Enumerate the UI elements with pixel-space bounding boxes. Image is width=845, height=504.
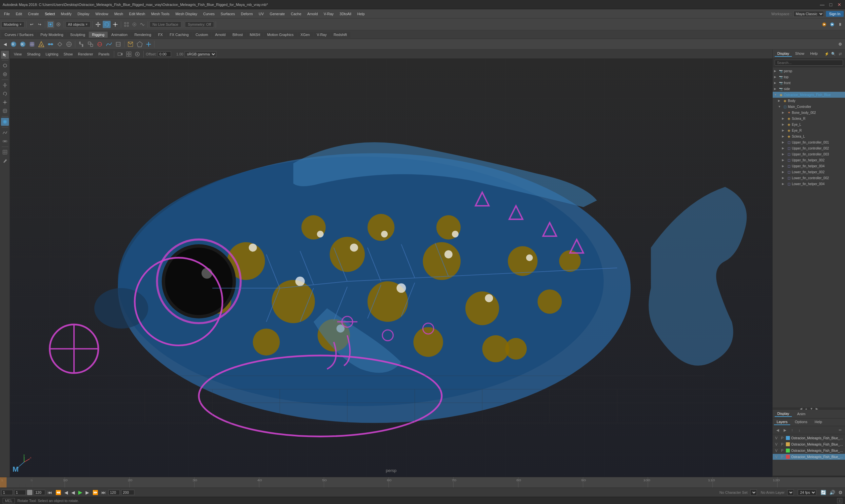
menu-item-curves[interactable]: Curves — [200, 11, 217, 17]
next-key-button[interactable]: ▶ — [85, 490, 90, 495]
settings-anim-button[interactable]: ⚙ — [838, 490, 844, 495]
shelf-collapse-button[interactable]: ◀ — [1, 41, 8, 48]
frame-current-input[interactable] — [14, 490, 26, 495]
display-lower-tab[interactable]: Display — [775, 411, 792, 417]
symmetry-button[interactable]: Symmetry: Off — [185, 21, 214, 28]
menu-item-mesh-tools[interactable]: Mesh Tools — [148, 11, 172, 17]
tree-item-persp[interactable]: ▶ 📷 persp — [773, 68, 845, 74]
select-object-button[interactable] — [47, 21, 54, 28]
menu-item-create[interactable]: Create — [25, 11, 41, 17]
menu-item-3dtoall[interactable]: 3DtoAll — [337, 11, 354, 17]
tab-fx-caching[interactable]: FX Caching — [166, 32, 192, 38]
panel-btn-2[interactable]: 🔍 — [830, 51, 837, 57]
universal-manip-left[interactable] — [1, 107, 9, 115]
layer-v-2[interactable]: V — [774, 442, 779, 446]
shelf-icon-9[interactable] — [86, 41, 95, 48]
menu-item-select[interactable]: Select — [42, 11, 58, 17]
shelf-icon-3[interactable] — [28, 41, 36, 48]
show-manip-tool[interactable] — [1, 137, 9, 145]
view-menu[interactable]: View — [12, 52, 24, 57]
shelf-icon-5[interactable] — [46, 41, 55, 48]
tab-poly-modeling[interactable]: Poly Modeling — [37, 32, 66, 38]
tab-vray[interactable]: V-Ray — [313, 32, 330, 38]
next-frame-button[interactable]: ⏩ — [91, 490, 99, 495]
panel-btn-1[interactable]: ⚡ — [824, 51, 830, 57]
layers-sub-tab[interactable]: Layers — [774, 419, 790, 425]
play-back-button[interactable]: ◀ — [70, 490, 76, 495]
mel-label[interactable]: MEL — [3, 498, 15, 503]
tab-rendering[interactable]: Rendering — [131, 32, 155, 38]
tab-rigging[interactable]: Rigging — [89, 32, 108, 38]
layer-edit-btn[interactable]: ✏ — [837, 427, 843, 433]
menu-item-cache[interactable]: Cache — [288, 11, 304, 17]
menu-item-mesh[interactable]: Mesh — [111, 11, 126, 17]
undo-button[interactable]: ↩ — [28, 21, 35, 28]
tree-item-lower-ctrl-002[interactable]: ▶ ◻ Lower_fin_controller_002 — [773, 175, 845, 181]
renderer-menu[interactable]: Renderer — [76, 52, 95, 57]
layer-v-3[interactable]: V — [774, 449, 779, 452]
no-live-surface-button[interactable]: No Live Surface — [149, 21, 181, 28]
tree-item-front[interactable]: ▶ 📷 front — [773, 80, 845, 86]
layer-v-1[interactable]: V — [774, 436, 779, 440]
tab-xgen[interactable]: XGen — [297, 32, 313, 38]
tree-item-upper-fin-002[interactable]: ▶ ◻ Upper_fin_controller_002 — [773, 145, 845, 151]
shading-menu[interactable]: Shading — [25, 52, 42, 57]
pause-button[interactable]: ⏸ — [837, 21, 844, 28]
tree-item-top[interactable]: ▶ 📷 top — [773, 74, 845, 80]
layer-btn-3[interactable]: ↑ — [789, 427, 795, 433]
frame-start-input[interactable] — [1, 490, 13, 495]
menu-item-mesh-display[interactable]: Mesh Display — [173, 11, 200, 17]
menu-item-file[interactable]: File — [1, 11, 13, 17]
signin-button[interactable]: Sign In — [826, 11, 844, 17]
shelf-icon-1[interactable]: R — [9, 41, 18, 48]
viewport-layout-btn[interactable] — [125, 51, 133, 58]
shelf-icon-plus[interactable] — [145, 41, 153, 48]
audio-button[interactable]: 🔊 — [828, 490, 836, 495]
tree-item-body[interactable]: ▶ ◈ Body — [773, 98, 845, 104]
snap-point-button[interactable] — [131, 21, 138, 28]
offset-input[interactable] — [158, 52, 171, 57]
layer-p-4[interactable]: P — [780, 455, 785, 459]
shelf-icon-6[interactable] — [55, 41, 64, 48]
layer-btn-4[interactable]: ↓ — [796, 427, 803, 433]
render-button[interactable] — [821, 21, 828, 28]
minimize-button[interactable]: — — [819, 2, 825, 7]
tab-motion-graphics[interactable]: Motion Graphics — [264, 32, 297, 38]
lasso-tool[interactable] — [1, 62, 9, 70]
loop-button[interactable]: 🔄 — [820, 490, 827, 495]
shelf-icon-8[interactable] — [77, 41, 86, 48]
tree-item-upper-fin-001[interactable]: ▶ ◻ Upper_fin_controller_001 — [773, 139, 845, 145]
display-tab[interactable]: Display — [775, 51, 792, 57]
shelf-icon-14[interactable] — [135, 41, 144, 48]
panel-expand-btn[interactable]: ⇄ — [837, 51, 843, 57]
timeline-ruler[interactable]: 1 10 20 30 40 50 60 70 80 90 1 — [0, 477, 845, 487]
layer-row-rigged[interactable]: V P Ostracion_Meleagris_Fish_Blue_Rigged — [773, 454, 845, 460]
tab-bifrost[interactable]: Bifrost — [229, 32, 246, 38]
menu-item-vray[interactable]: V-Ray — [321, 11, 336, 17]
shelf-icon-13[interactable] — [126, 41, 135, 48]
tree-item-lower-helper-004[interactable]: ▶ ◻ Lower_fin_helper_004 — [773, 181, 845, 187]
menu-item-edit-mesh[interactable]: Edit Mesh — [126, 11, 148, 17]
grease-pencil-tool[interactable] — [1, 157, 9, 165]
rotate-tool-left[interactable] — [1, 90, 9, 98]
tree-item-eye-r[interactable]: ▶ ◈ Eye_R — [773, 127, 845, 133]
menu-item-help[interactable]: Help — [355, 11, 368, 17]
menu-item-modify[interactable]: Modify — [58, 11, 74, 17]
tree-item-sclera-r[interactable]: ▶ ◈ Sclera_R — [773, 115, 845, 122]
tab-fx[interactable]: FX — [155, 32, 166, 38]
fps-select[interactable]: 24 fps — [798, 489, 816, 496]
paint-select-tool[interactable] — [1, 70, 9, 78]
shelf-settings-button[interactable]: ⚙ — [837, 41, 844, 48]
tab-redshift[interactable]: Redshift — [330, 32, 350, 38]
gamma-select[interactable]: sRGB gamma — [184, 51, 216, 57]
layer-row-bones[interactable]: V P Ostracion_Meleagris_Fish_Blue_Bones — [773, 441, 845, 448]
show-menu[interactable]: Show — [62, 52, 75, 57]
goto-end-button[interactable]: ⏭ — [100, 490, 107, 495]
context-sensitive-tool[interactable] — [1, 148, 9, 156]
menu-item-surfaces[interactable]: Surfaces — [218, 11, 237, 17]
lighting-menu[interactable]: Lighting — [43, 52, 60, 57]
show-tab[interactable]: Show — [792, 51, 807, 57]
tree-item-fish-blue[interactable]: ▼ ◈ Ostracion_Meleagris_Fish_Blue — [773, 92, 845, 98]
menu-item-window[interactable]: Window — [93, 11, 111, 17]
layer-p-1[interactable]: P — [780, 436, 785, 440]
